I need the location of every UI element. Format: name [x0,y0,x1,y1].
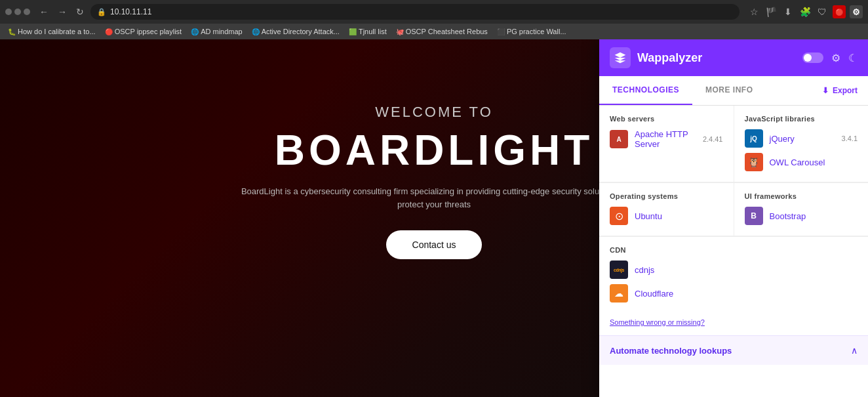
browser-extensions: ☆ 🏴 ⬇ 🧩 🛡 🔴 ⚙ [747,5,863,18]
toggle-knob [804,54,812,62]
cdnjs-logo: cdnjs [610,261,628,279]
bookmark-calibrate[interactable]: 🐛 How do I calibrate a to... [5,27,98,36]
tech-item-jquery[interactable]: jQ jQuery 3.4.1 [745,129,858,148]
web-servers-title: Web servers [610,115,723,123]
wappalyzer-panel: Wappalyzer ⚙ ☾ TECHNOLOGIES MORE INFO ⬇ … [599,39,868,397]
settings-icon[interactable]: ⚙ [831,52,840,64]
automate-title: Automate technology lookups [610,346,732,356]
bootstrap-name[interactable]: Bootstrap [770,211,858,221]
cdn-title: CDN [610,246,858,254]
bookmark-label-6: OSCP Cheatsheet Rebus [406,28,488,35]
cdn-section: CDN cdnjs cdnjs ☁ Cloudflare [599,237,868,313]
bookmark-label-2: OSCP ippsec playlist [115,28,182,35]
hero-section: WELCOME TO BOARDLIGHT BoardLight is a cy… [237,104,631,259]
chevron-up-icon: ∧ [851,345,858,356]
panel-logo-text: Wappalyzer [637,51,702,65]
extension-icon-1[interactable]: 🔴 [833,5,846,18]
panel-header-controls: ⚙ ☾ [802,52,858,64]
jquery-logo: jQ [745,129,763,148]
toggle-switch[interactable] [802,52,823,63]
ui-frameworks-title: UI frameworks [745,192,858,200]
bookmark-label-1: How do I calibrate a to... [18,28,96,35]
refresh-button[interactable]: ↻ [73,5,87,18]
minimize-dot [14,9,21,15]
hero-title-text: BOARDLIGHT [237,126,631,175]
owl-name[interactable]: OWL Carousel [770,157,852,167]
jquery-name[interactable]: jQuery [770,134,835,144]
tech-item-cdnjs[interactable]: cdnjs cdnjs [610,261,858,279]
ubuntu-name[interactable]: Ubuntu [635,211,723,221]
bookmark-tjnull[interactable]: 🟩 Tjnull list [346,27,389,36]
bookmark-label-5: Tjnull list [359,28,387,35]
apache-version: 2.4.41 [703,135,723,143]
window-controls [5,9,30,15]
hero-description: BoardLight is a cybersecurity consulting… [237,185,631,211]
back-button[interactable]: ← [37,5,51,18]
tech-row-2: Operating systems ⊙ Ubuntu UI frameworks… [599,183,868,236]
ui-frameworks-section: UI frameworks B Bootstrap [734,183,869,236]
cloudflare-name[interactable]: Cloudflare [635,289,858,299]
extension-icon-2[interactable]: ⚙ [850,5,863,18]
download-icon[interactable]: ⬇ [781,5,795,18]
maximize-dot [24,9,30,15]
lock-icon: 🔒 [97,8,106,16]
download-icon: ⬇ [822,86,829,95]
bookmark-icon-5: 🟩 [349,28,357,35]
bookmark-icon-3: 🌐 [191,28,199,35]
bookmark-label-7: PG practice Wall... [507,28,566,35]
bookmark-icon-7: ⬛ [497,28,505,35]
bookmark-label-4: Active Directory Attack... [262,28,340,35]
web-servers-section: Web servers A Apache HTTP Server 2.4.41 [599,106,734,182]
forward-button[interactable]: → [55,5,69,18]
cloudflare-logo: ☁ [610,284,628,303]
shield-icon[interactable]: 🛡 [816,5,829,18]
ubuntu-logo: ⊙ [610,207,628,225]
automate-section[interactable]: Automate technology lookups ∧ [599,335,868,365]
contact-button[interactable]: Contact us [386,230,483,259]
hero-welcome-text: WELCOME TO [237,104,631,121]
main-area: • Home WELCOME TO BOARDLIGHT BoardLight … [0,39,868,397]
bootstrap-logo: B [745,207,763,225]
operating-systems-section: Operating systems ⊙ Ubuntu [599,183,734,236]
pocket-icon[interactable]: 🏴 [764,5,778,18]
bookmark-label-3: AD mindmap [201,28,243,35]
moon-icon[interactable]: ☾ [848,52,858,64]
bookmark-pg[interactable]: ⬛ PG practice Wall... [494,27,569,36]
panel-logo: Wappalyzer [610,47,702,68]
tab-technologies[interactable]: TECHNOLOGIES [599,76,692,105]
panel-tabs: TECHNOLOGIES MORE INFO ⬇ Export [599,76,868,106]
wappalyzer-logo-icon [610,47,631,68]
bookmark-icon-6: 🐙 [396,28,404,35]
bookmarks-bar: 🐛 How do I calibrate a to... 🔴 OSCP ipps… [0,24,868,39]
js-libraries-title: JavaScript libraries [745,115,858,123]
panel-content: Web servers A Apache HTTP Server 2.4.41 … [599,106,868,397]
bookmark-icon-4: 🌐 [252,28,260,35]
something-wrong-link[interactable]: Something wrong or missing? [599,313,868,335]
tech-item-bootstrap[interactable]: B Bootstrap [745,207,858,225]
export-label: Export [833,86,858,95]
tech-item-ubuntu[interactable]: ⊙ Ubuntu [610,207,723,225]
tech-item-owl[interactable]: 🦉 OWL Carousel [745,153,858,171]
tech-item-apache[interactable]: A Apache HTTP Server 2.4.41 [610,129,723,149]
browser-toolbar: ← → ↻ 🔒 10.10.11.11 ☆ 🏴 ⬇ 🧩 🛡 🔴 ⚙ [0,0,868,24]
bookmark-icon-1: 🐛 [8,28,16,35]
address-bar[interactable]: 🔒 10.10.11.11 [90,4,740,20]
panel-header: Wappalyzer ⚙ ☾ [599,39,868,76]
close-dot [5,9,12,15]
ext-manager-icon[interactable]: 🧩 [799,5,812,18]
bookmark-ad-attack[interactable]: 🌐 Active Directory Attack... [249,27,342,36]
cdnjs-name[interactable]: cdnjs [635,265,858,275]
url-text: 10.10.11.11 [110,7,151,16]
owl-logo: 🦉 [745,153,763,171]
export-button[interactable]: ⬇ Export [812,76,868,105]
tech-item-cloudflare[interactable]: ☁ Cloudflare [610,284,858,303]
jquery-version: 3.4.1 [842,135,858,142]
os-title: Operating systems [610,192,723,200]
star-icon[interactable]: ☆ [747,5,760,18]
bookmark-icon-2: 🔴 [105,28,113,35]
bookmark-ad-mindmap[interactable]: 🌐 AD mindmap [188,27,245,36]
apache-name[interactable]: Apache HTTP Server [635,129,696,149]
bookmark-oscp-ippsec[interactable]: 🔴 OSCP ippsec playlist [102,27,185,36]
tab-more-info[interactable]: MORE INFO [692,76,766,105]
bookmark-oscp-cheatsheet[interactable]: 🐙 OSCP Cheatsheet Rebus [393,27,490,36]
